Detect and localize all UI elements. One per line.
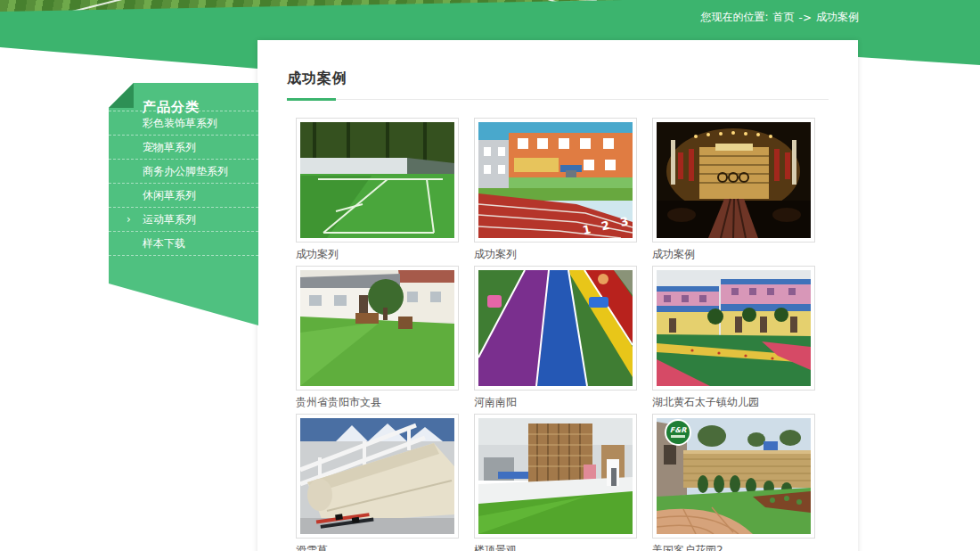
sidebar-item-sport-grass[interactable]: › 运动草系列 [109,208,258,232]
case-photo-courtyard [657,270,811,386]
case-caption: 美国客户花园2 [652,544,815,551]
case-cell: 滑雪草 [296,414,459,551]
case-caption: 贵州省贵阳市文县 [296,396,459,408]
case-card-school-track[interactable]: 1 2 3 4 [474,118,637,243]
breadcrumb-home-link[interactable]: 首页 [773,10,795,25]
case-cell: 楼顶景观 [474,414,637,551]
case-caption: 楼顶景观 [474,544,637,551]
sidebar-item-sample-download[interactable]: 样本下载 [109,232,258,256]
case-card-rainbow-turf[interactable] [474,266,637,391]
case-photo-rainbow-turf [478,270,633,386]
sidebar-item-office-mat[interactable]: 商务办公脚垫系列 [109,160,258,184]
breadcrumb-current: 成功案例 [816,10,859,25]
sidebar-item-color-decor-grass[interactable]: 彩色装饰草系列 [109,111,258,136]
case-card-courtyard[interactable] [652,266,815,391]
sidebar-item-pet-grass[interactable]: 宠物草系列 [109,136,258,160]
case-card-rooftop[interactable] [474,414,637,539]
case-photo-rooftop [478,418,633,534]
sidebar-menu: 彩色装饰草系列 宠物草系列 商务办公脚垫系列 休闲草系列 › 运动草系列 样本下… [109,111,258,256]
case-photo-sports-court [300,122,454,238]
product-category-sidebar: 产品分类 彩色装饰草系列 宠物草系列 商务办公脚垫系列 休闲草系列 › 运动草系… [109,83,258,325]
case-cell: 河南南阳 [474,266,637,414]
case-card-court[interactable] [296,118,459,243]
case-cell: 成功案例 [652,118,815,266]
sidebar-item-leisure-grass[interactable]: 休闲草系列 [109,184,258,208]
case-photo-night-stadium [657,122,811,238]
sidebar-title: 产品分类 [109,83,258,111]
case-caption: 成功案列 [474,248,637,260]
case-cell: F&R 美国客户花园2 [652,414,815,551]
case-caption: 河南南阳 [474,396,637,408]
case-card-lawn-building[interactable] [296,266,459,391]
case-card-stadium[interactable] [652,118,815,243]
breadcrumb-separator: -> [799,12,812,24]
chevron-right-icon: › [127,208,131,231]
case-card-garden[interactable]: F&R [652,414,815,539]
cases-grid: 成功案列 [296,118,829,551]
main-content-card: 成功案例 [257,40,858,551]
fr-logo-text: F&R [670,426,687,434]
case-photo-lawn-building [300,270,454,386]
title-divider [287,98,829,101]
case-photo-school-track: 1 2 3 4 [478,122,633,238]
case-cell: 贵州省贵阳市文县 [296,266,459,414]
case-card-ski-slope[interactable] [296,414,459,539]
case-cell: 成功案列 [296,118,459,266]
case-caption: 湖北黄石太子镇幼儿园 [652,396,815,408]
breadcrumb-label: 您现在的位置: [701,10,769,25]
case-caption: 成功案例 [652,248,815,260]
case-caption: 成功案列 [296,248,459,260]
case-caption: 滑雪草 [296,544,459,551]
case-photo-ski-slope [300,418,454,534]
case-photo-garden: F&R [657,418,811,534]
breadcrumb: 您现在的位置: 首页 -> 成功案例 [701,10,859,25]
case-cell: 湖北黄石太子镇幼儿园 [652,266,815,414]
case-cell: 1 2 3 4 成功案列 [474,118,637,266]
page-title: 成功案例 [287,70,829,88]
